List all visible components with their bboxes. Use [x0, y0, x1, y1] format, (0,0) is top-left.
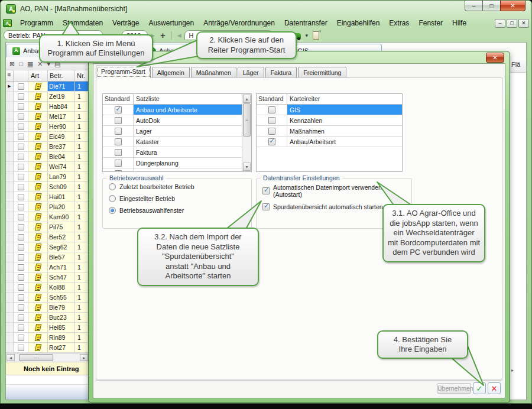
standard-cell[interactable] — [257, 137, 287, 147]
row-checkbox-cell[interactable] — [14, 232, 28, 242]
row-checkbox[interactable] — [18, 83, 24, 90]
betr-cell[interactable]: Rin89 — [48, 333, 75, 342]
row-checkbox-cell[interactable] — [14, 102, 28, 111]
betr-cell[interactable]: Ble57 — [48, 252, 75, 262]
standard-checkbox[interactable] — [115, 160, 122, 167]
add-year-button[interactable]: + — [160, 30, 166, 40]
list-item[interactable]: Lager — [103, 126, 242, 137]
betr-cell[interactable]: Kol88 — [48, 283, 75, 292]
satzliste-label[interactable]: Anbau und Arbeitsorte — [134, 105, 242, 115]
toolbar-icon[interactable]: ⊠ — [9, 61, 15, 67]
list-item[interactable]: Anbau/Arbeitsort — [257, 137, 402, 147]
row-checkbox[interactable] — [18, 284, 24, 291]
row-checkbox[interactable] — [18, 144, 24, 150]
row-checkbox[interactable] — [18, 335, 24, 341]
row-checkbox-cell[interactable] — [14, 142, 28, 151]
scroll-up-icon[interactable]: ▲ — [243, 95, 251, 103]
row-checkbox[interactable] — [18, 174, 24, 180]
row-checkbox-cell[interactable] — [14, 262, 28, 272]
table-row[interactable]: Sch55 1 — [6, 293, 89, 303]
standard-checkbox[interactable] — [268, 106, 275, 113]
row-checkbox[interactable] — [18, 274, 24, 281]
standard-cell[interactable] — [103, 168, 134, 172]
betr-cell[interactable]: Pla20 — [48, 202, 75, 212]
titlebar[interactable]: A AO, PAN - [Maßnahmenübersicht] – □ ✕ — [1, 1, 531, 17]
karteireiter-label[interactable]: GIS — [287, 105, 402, 115]
row-checkbox[interactable] — [18, 184, 24, 190]
toolbar-icon[interactable]: □ — [19, 61, 23, 67]
mdi-close-button[interactable]: ✕ — [518, 19, 529, 28]
scrollbar-thumb[interactable]: ⋯ — [19, 354, 53, 361]
checkbox-option[interactable]: Automatischen Datenimport verwenden (Aut… — [262, 184, 411, 198]
radio-option[interactable]: Eingestellter Betrieb — [109, 195, 251, 202]
col-betr[interactable]: Betr. — [48, 70, 75, 81]
satzliste-label[interactable]: Kataster — [134, 137, 242, 147]
standard-cell[interactable] — [103, 105, 134, 115]
row-checkbox-cell[interactable] — [14, 222, 28, 232]
dialog-tab[interactable]: Maßnahmen — [191, 67, 236, 78]
betr-cell[interactable]: Ble04 — [48, 152, 75, 161]
betr-cell[interactable]: Wei74 — [48, 162, 75, 171]
prev-icon[interactable]: ◀ — [177, 33, 181, 38]
apply-button[interactable]: Übernehmen — [437, 383, 471, 394]
standard-checkbox[interactable] — [115, 170, 122, 173]
standard-cell[interactable] — [257, 126, 287, 136]
table-row[interactable]: Bre37 1 — [6, 142, 89, 152]
betr-cell[interactable]: Hei85 — [48, 323, 75, 332]
betr-cell[interactable]: Hai01 — [48, 192, 75, 202]
standard-checkbox[interactable] — [115, 106, 122, 113]
satzliste-label[interactable]: Düngerplanung — [134, 158, 242, 168]
dialog-close-button[interactable]: ✕ — [486, 53, 504, 63]
betr-cell[interactable]: Sch47 — [48, 272, 75, 282]
row-checkbox-cell[interactable] — [14, 202, 28, 212]
radio-button[interactable] — [109, 207, 116, 214]
radio-option[interactable]: Betriebsauswahlfenster — [109, 207, 251, 214]
row-checkbox-cell[interactable] — [14, 132, 28, 141]
karteireiter-label[interactable]: Kennzahlen — [287, 115, 402, 125]
table-row[interactable]: Ach71 1 — [6, 262, 89, 272]
row-checkbox-cell[interactable] — [14, 303, 28, 312]
menu-item[interactable]: Hilfe — [447, 18, 471, 28]
row-checkbox[interactable] — [18, 345, 24, 351]
table-row[interactable]: Pil75 1 — [6, 222, 89, 232]
table-row[interactable]: Die71 1 — [6, 82, 89, 92]
col-nr[interactable]: Nr. — [75, 70, 89, 81]
standard-cell[interactable] — [103, 158, 134, 168]
ok-button[interactable]: ✓ — [473, 382, 486, 394]
row-checkbox[interactable] — [18, 304, 24, 311]
standard-cell[interactable] — [103, 137, 134, 147]
standard-cell[interactable] — [103, 147, 134, 157]
dialog-tab[interactable]: Allgemein — [152, 67, 190, 78]
row-checkbox-cell[interactable] — [14, 343, 28, 352]
satzliste-label[interactable]: AutoDok — [134, 115, 242, 125]
standard-checkbox[interactable] — [268, 138, 275, 145]
table-row[interactable]: Seg62 1 — [6, 242, 89, 252]
betr-cell[interactable]: Buc23 — [48, 313, 75, 322]
table-row[interactable]: Sch47 1 — [6, 272, 89, 283]
table-row[interactable]: Eic49 1 — [6, 132, 89, 142]
close-button[interactable]: ✕ — [500, 1, 525, 11]
horizontal-scrollbar[interactable]: ◂ ⋯ ▸ — [6, 353, 89, 362]
betr-cell[interactable]: Bre37 — [48, 142, 75, 151]
menu-item[interactable]: Programm — [15, 18, 58, 28]
standard-cell[interactable] — [103, 115, 134, 125]
mdi-minimize-button[interactable]: – — [495, 19, 505, 28]
minimize-button[interactable]: – — [465, 1, 483, 11]
dialog-tab[interactable]: Faktura — [265, 67, 297, 78]
menu-item[interactable]: Auswertungen — [144, 18, 199, 28]
betr-cell[interactable]: Seg62 — [48, 242, 75, 252]
row-checkbox-cell[interactable] — [14, 242, 28, 252]
table-row[interactable]: Hei85 1 — [6, 323, 89, 333]
option-checkbox[interactable] — [262, 203, 270, 210]
menu-item[interactable]: Fenster — [414, 18, 447, 28]
table-row[interactable]: Wei74 1 — [6, 162, 89, 172]
row-checkbox[interactable] — [18, 154, 24, 160]
betr-cell[interactable]: Mei17 — [48, 112, 75, 121]
scroll-right-icon[interactable]: ▸ — [80, 354, 88, 361]
scroll-left-icon[interactable]: ◂ — [7, 354, 15, 361]
table-row[interactable]: Hab84 1 — [6, 102, 89, 112]
menu-item[interactable]: Anträge/Verordnungen — [199, 18, 280, 28]
vertical-scrollbar[interactable]: ▲ ≡ ▼ — [242, 94, 251, 171]
list-item[interactable]: Maschinen — [103, 168, 242, 172]
row-checkbox[interactable] — [18, 204, 24, 210]
